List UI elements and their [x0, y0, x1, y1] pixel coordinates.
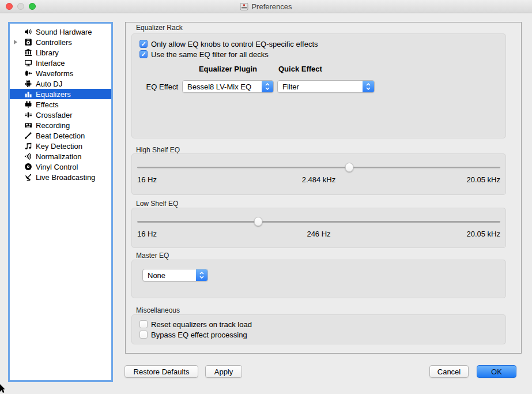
high-shelf-value: 2.484 kHz	[302, 175, 336, 184]
checkbox[interactable]: ✓	[139, 320, 148, 328]
high-shelf-max: 20.05 kHz	[466, 175, 500, 184]
master-eq-title: Master EQ	[136, 252, 169, 260]
sidebar-item-label: Live Broadcasting	[36, 173, 95, 182]
monitor-icon	[24, 59, 32, 67]
apply-button[interactable]: Apply	[205, 365, 242, 378]
titlebar: Preferences	[0, 0, 532, 13]
checkbox-label: Use the same EQ filter for all decks	[151, 50, 269, 59]
miscellaneous-title: Miscellaneous	[136, 306, 180, 314]
checkbox-label: Bypass EQ effect processing	[151, 331, 247, 339]
eq-effect-row-label: EQ Effect	[140, 82, 178, 91]
sidebar-item-beat-detection[interactable]: Beat Detection	[10, 130, 111, 141]
slider-track[interactable]	[137, 221, 500, 223]
preferences-sidebar: Sound Hardware Controllers Library Inter…	[8, 22, 113, 382]
sidebar-item-label: Key Detection	[36, 142, 82, 151]
sidebar-item-label: Recording	[36, 121, 70, 130]
window-title-text: Preferences	[251, 2, 292, 11]
slider-handle[interactable]	[345, 163, 353, 172]
sidebar-item-label: Controllers	[36, 38, 72, 47]
sidebar-item-equalizers[interactable]: Equalizers	[10, 89, 111, 99]
combo-stepper-icon	[196, 269, 207, 281]
checkbox[interactable]: ✓	[139, 40, 148, 48]
disclosure-triangle-icon[interactable]	[14, 40, 17, 44]
checkbox-row[interactable]: ✓ Reset equalizers on track load	[139, 320, 252, 329]
sidebar-item-recording[interactable]: Recording	[10, 120, 111, 130]
sidebar-item-crossfader[interactable]: Crossfader	[10, 110, 111, 120]
sidebar-item-vinyl-control[interactable]: Vinyl Control	[10, 162, 111, 172]
sidebar-item-controllers[interactable]: Controllers	[10, 37, 111, 47]
sidebar-item-effects[interactable]: Effects	[10, 99, 111, 110]
sidebar-item-label: Interface	[36, 59, 65, 67]
checkbox-row[interactable]: ✓ Only allow EQ knobs to control EQ-spec…	[139, 39, 318, 48]
crossfader-icon	[24, 111, 32, 119]
waveform-icon	[24, 69, 32, 78]
restore-defaults-button[interactable]: Restore Defaults	[124, 365, 198, 378]
equalizer-bars-icon	[24, 90, 32, 99]
miscellaneous-group: ✓ Reset equalizers on track load ✓ Bypas…	[131, 314, 506, 344]
low-shelf-max: 20.05 kHz	[466, 230, 500, 238]
sidebar-item-live-broadcasting[interactable]: Live Broadcasting	[10, 172, 111, 182]
equalizer-plugin-select[interactable]: Bessel8 LV-Mix EQ	[182, 80, 274, 93]
sidebar-item-auto-dj[interactable]: Auto DJ	[10, 78, 111, 89]
sidebar-item-label: Library	[36, 48, 59, 57]
checkbox[interactable]: ✓	[139, 331, 148, 339]
sound-waves-icon	[24, 152, 32, 161]
equalizer-plugin-header: Equalizer Plugin	[182, 65, 274, 73]
sidebar-item-label: Beat Detection	[36, 132, 85, 140]
high-shelf-min: 16 Hz	[137, 175, 157, 184]
sidebar-item-label: Sound Hardware	[36, 28, 92, 36]
controller-icon	[24, 38, 32, 47]
sidebar-item-label: Normalization	[36, 152, 81, 161]
preferences-icon	[240, 2, 248, 11]
sidebar-item-label: Equalizers	[36, 90, 71, 99]
combo-stepper-icon	[262, 81, 273, 92]
master-eq-select[interactable]: None	[142, 269, 208, 282]
window-title: Preferences	[0, 0, 532, 13]
high-shelf-slider[interactable]	[137, 163, 500, 172]
sidebar-list: Sound Hardware Controllers Library Inter…	[10, 24, 111, 182]
high-shelf-title: High Shelf EQ	[136, 146, 180, 154]
satellite-icon	[24, 173, 32, 182]
music-note-icon	[24, 142, 32, 151]
combo-stepper-icon	[363, 81, 374, 92]
checkbox-label: Only allow EQ knobs to control EQ-specif…	[151, 40, 318, 48]
checkbox-label: Reset equalizers on track load	[151, 320, 252, 329]
quick-effect-select[interactable]: Filter	[277, 80, 375, 93]
master-eq-value: None	[143, 271, 196, 280]
quick-effect-header: Quick Effect	[278, 65, 322, 73]
sidebar-item-waveforms[interactable]: Waveforms	[10, 68, 111, 78]
sidebar-item-label: Crossfader	[36, 111, 73, 119]
quick-effect-value: Filter	[278, 82, 363, 91]
slider-handle[interactable]	[254, 217, 263, 226]
wand-icon	[24, 132, 32, 140]
low-shelf-slider[interactable]	[137, 217, 500, 226]
cancel-button[interactable]: Cancel	[429, 365, 469, 378]
bank-icon	[24, 48, 32, 57]
checkbox-row[interactable]: ✓ Bypass EQ effect processing	[139, 330, 247, 339]
speaker-icon	[24, 28, 32, 36]
sidebar-item-label: Vinyl Control	[36, 163, 78, 171]
ok-button[interactable]: OK	[477, 365, 516, 378]
equalizer-rack-title: Equalizer Rack	[136, 24, 183, 32]
low-shelf-group: 16 Hz 246 Hz 20.05 kHz	[131, 208, 506, 248]
high-shelf-group: 16 Hz 2.484 kHz 20.05 kHz	[131, 153, 506, 195]
effects-icon	[24, 100, 32, 109]
equalizer-plugin-value: Bessel8 LV-Mix EQ	[183, 82, 262, 91]
checkbox-row[interactable]: ✓ Use the same EQ filter for all decks	[139, 50, 269, 59]
slider-track[interactable]	[137, 167, 500, 168]
sidebar-item-normalization[interactable]: Normalization	[10, 151, 111, 162]
equalizer-rack-group: ✓ Only allow EQ knobs to control EQ-spec…	[131, 33, 506, 138]
low-shelf-min: 16 Hz	[137, 230, 157, 238]
preferences-page-frame: Equalizer Rack ✓ Only allow EQ knobs to …	[125, 22, 522, 354]
vinyl-icon	[24, 163, 32, 171]
master-eq-group: None	[131, 260, 506, 298]
low-shelf-title: Low Shelf EQ	[136, 200, 178, 208]
sidebar-item-sound-hardware[interactable]: Sound Hardware	[10, 27, 111, 37]
sidebar-item-key-detection[interactable]: Key Detection	[10, 141, 111, 151]
low-shelf-value: 246 Hz	[307, 230, 330, 238]
checkbox[interactable]: ✓	[139, 50, 148, 58]
robot-icon	[24, 80, 32, 88]
sidebar-item-interface[interactable]: Interface	[10, 58, 111, 68]
sidebar-item-library[interactable]: Library	[10, 47, 111, 58]
cassette-icon	[24, 121, 32, 130]
